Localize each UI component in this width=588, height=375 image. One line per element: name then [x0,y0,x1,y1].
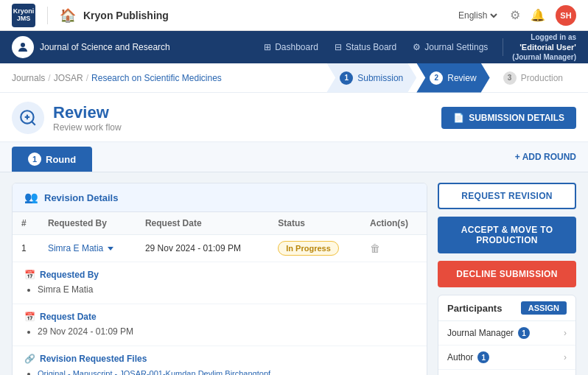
review-title-area: Review Review work flow [12,102,122,134]
app-logo: Kryoni JMS [12,4,35,27]
sec-nav-links: ⊞ Dashboard ⊟ Status Board ⚙ Journal Set… [258,32,576,62]
author-count: 1 [477,351,489,363]
review-workflow-icon [12,102,44,134]
journal-manager-label: Journal Manager 1 [447,327,530,339]
revision-files-title: 🔗 Revision Requested Files [24,354,415,364]
request-revision-button[interactable]: REQUEST REVISION [438,183,576,209]
table-row: 1 Simra E Matia 29 Nov 2024 - 01:09 PM I… [13,235,427,262]
breadcrumb: Journals / JOSAR / Research on Scientifi… [12,73,222,83]
dropdown-chevron [108,247,113,250]
chevron-right-icon-1: › [564,328,567,338]
requested-by-link[interactable]: Simra E Matia [48,243,103,253]
requested-by-section: 📅 Requested By Simra E Matia [13,262,427,304]
step-review[interactable]: 2 Review [416,63,489,93]
status-badge: In Progress [278,241,339,256]
col-actions: Action(s) [361,212,427,235]
row-requested-by: Simra E Matia [39,235,136,262]
requested-by-item: Simra E Matia [38,284,415,295]
participants-title: Participants [447,303,502,314]
table-header-row: # Requested By Request Date Status Actio… [13,212,427,235]
user-avatar[interactable]: SH [556,5,576,26]
svg-line-2 [32,122,35,125]
chevron-right-icon-2: › [564,352,567,362]
logo-area: Kryoni JMS [12,4,35,27]
breadcrumb-sep-2: / [86,73,88,83]
journal-settings-icon: ⚙ [413,42,421,52]
breadcrumb-journals[interactable]: Journals [12,73,45,83]
col-status: Status [269,212,361,235]
revision-table: # Requested By Request Date Status Actio… [13,212,427,262]
breadcrumb-sep-1: / [48,73,50,83]
request-date-title: 📅 Request Date [24,312,415,322]
workflow-steps: 1 Submission 2 Review 3 Production [326,63,576,93]
col-num: # [13,212,39,235]
journal-info: Journal of Science and Research [12,36,170,58]
link-icon: 🔗 [24,354,35,364]
journal-avatar [12,36,34,58]
workflow-bar: Journals / JOSAR / Research on Scientifi… [0,63,588,93]
dashboard-link[interactable]: ⊞ Dashboard [258,39,324,55]
col-request-date: Request Date [136,212,269,235]
participants-panel: Participants ASSIGN Journal Manager 1 › … [438,295,576,375]
home-icon: 🏠 [60,7,76,24]
right-panel: REQUEST REVISION ACCEPT & MOVE TO PRODUC… [438,183,576,375]
request-date-item: 29 Nov 2024 - 01:09 PM [38,326,415,337]
secondary-nav: Journal of Science and Research ⊞ Dashbo… [0,31,588,63]
assign-button[interactable]: ASSIGN [521,301,567,315]
round-tab[interactable]: 1 Round [12,147,92,172]
decline-submission-button[interactable]: DECLINE SUBMISSION [438,261,576,287]
left-panel: 👥 Revision Details # Requested By Reques… [12,183,427,375]
people-icon: 👥 [24,191,38,204]
add-round-button[interactable]: + ADD ROUND [515,152,576,162]
dashboard-icon: ⊞ [264,42,271,52]
review-header: Review Review work flow 📄 SUBMISSION DET… [0,93,588,142]
top-nav: Kryoni JMS 🏠 Kryon Publishing English ⚙ … [0,0,588,31]
revision-file-item: Original - Manuscript - JOSAR-001-Kumdan… [38,368,415,375]
breadcrumb-josar[interactable]: JOSAR [54,73,83,83]
participant-author[interactable]: Author 1 › [438,346,575,370]
status-board-link[interactable]: ⊟ Status Board [329,39,402,55]
accept-move-to-production-button[interactable]: ACCEPT & MOVE TO PRODUCTION [438,217,576,253]
step-submission[interactable]: 1 Submission [326,63,416,93]
journal-manager-count: 1 [518,327,530,339]
nav-divider [47,7,48,24]
journal-name: Journal of Science and Research [40,42,170,52]
doc-icon: 📄 [453,113,464,123]
row-status: In Progress [269,235,361,262]
svg-point-0 [21,43,25,47]
main-content: 👥 Revision Details # Requested By Reques… [0,172,588,375]
author-label: Author 1 [447,351,489,363]
row-actions: 🗑 [361,235,427,262]
language-selector[interactable]: English [455,10,500,21]
breadcrumb-active[interactable]: Research on Scientific Medicines [91,73,222,83]
revision-details-header: 👥 Revision Details [13,183,427,212]
settings-icon-btn[interactable]: ⚙ [510,8,520,22]
requested-by-title: 📅 Requested By [24,270,415,280]
col-requested-by: Requested By [39,212,136,235]
app-name: Kryon Publishing [83,10,169,21]
calendar-icon-1: 📅 [24,270,35,280]
step-production[interactable]: 3 Production [490,63,576,93]
calendar-icon-2: 📅 [24,312,35,322]
participants-header: Participants ASSIGN [438,295,575,321]
status-board-icon: ⊟ [335,42,342,52]
revision-files-section: 🔗 Revision Requested Files Original - Ma… [13,346,427,375]
participant-journal-manager[interactable]: Journal Manager 1 › [438,321,575,346]
top-nav-right: English ⚙ 🔔 SH [455,5,576,26]
journal-settings-link[interactable]: ⚙ Journal Settings [407,39,494,55]
nav-divider-2 [503,38,503,56]
review-title-text: Review Review work flow [53,103,122,133]
submission-details-button[interactable]: 📄 SUBMISSION DETAILS [441,107,576,129]
round-badge: 1 [28,153,41,166]
delete-icon[interactable]: 🗑 [370,242,380,254]
file-link[interactable]: Original - Manuscript - JOSAR-001-Kumdan… [38,369,270,375]
participant-reviewer[interactable]: Reviewer 0 › [438,370,575,375]
logged-in-info: Logged in as 'Editorial User' (Journal M… [512,32,576,62]
row-num: 1 [13,235,39,262]
row-request-date: 29 Nov 2024 - 01:09 PM [136,235,269,262]
request-date-section: 📅 Request Date 29 Nov 2024 - 01:09 PM [13,304,427,346]
round-bar: 1 Round + ADD ROUND [0,142,588,172]
notifications-icon-btn[interactable]: 🔔 [531,8,545,22]
